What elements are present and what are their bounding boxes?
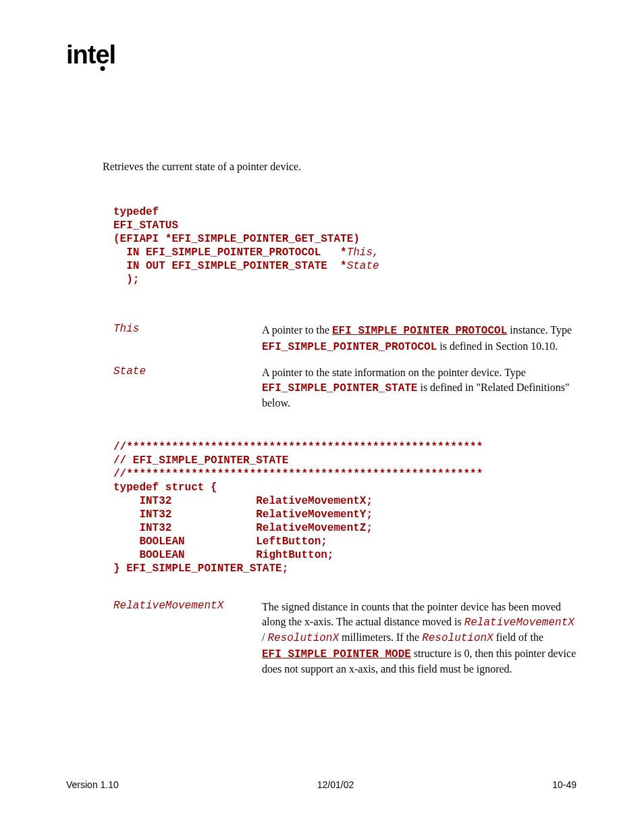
footer-version: Version 1.10	[66, 779, 119, 790]
intel-logo: intel	[66, 41, 115, 70]
field-name: RelativeMovementX	[113, 600, 262, 677]
footer-page: 10-49	[552, 779, 576, 790]
param-state: State A pointer to the state information…	[103, 365, 576, 411]
struct-code: //**************************************…	[113, 440, 576, 575]
param-desc: A pointer to the EFI_SIMPLE_POINTER_PROT…	[262, 323, 576, 355]
param-desc: A pointer to the state information on th…	[262, 365, 576, 411]
summary-text: Retrieves the current state of a pointer…	[103, 161, 576, 173]
parameters-section: This A pointer to the EFI_SIMPLE_POINTER…	[103, 323, 576, 411]
param-name: State	[113, 365, 262, 411]
page-footer: Version 1.10 12/01/02 10-49	[66, 779, 576, 790]
footer-date: 12/01/02	[317, 779, 354, 790]
field-desc: The signed distance in counts that the p…	[262, 600, 576, 677]
param-this: This A pointer to the EFI_SIMPLE_POINTER…	[103, 323, 576, 355]
prototype-code: typedef EFI_STATUS (EFIAPI *EFI_SIMPLE_P…	[113, 205, 576, 286]
param-name: This	[113, 323, 262, 355]
page-content: Retrieves the current state of a pointer…	[103, 161, 576, 706]
struct-fields: RelativeMovementX The signed distance in…	[103, 600, 576, 677]
field-relx: RelativeMovementX The signed distance in…	[103, 600, 576, 677]
